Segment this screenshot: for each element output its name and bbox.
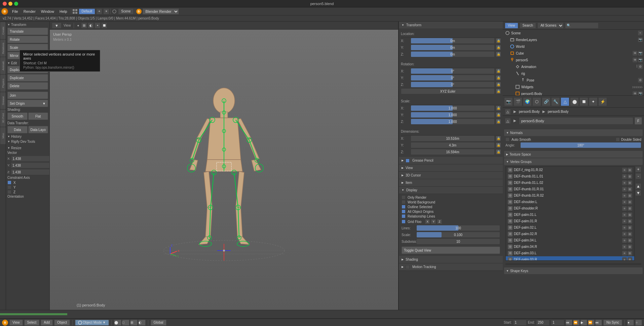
vg-eye-7[interactable]: ⊞ xyxy=(628,213,632,217)
solid-mode-btn[interactable]: ⬤ xyxy=(114,320,121,326)
auto-smooth-checkbox[interactable] xyxy=(505,137,509,141)
loc-x-bar[interactable]: 0m xyxy=(411,38,495,44)
relationship-lines-checkbox[interactable] xyxy=(402,214,406,218)
tab-create[interactable]: Create xyxy=(0,22,6,39)
select-btn[interactable]: Select xyxy=(24,320,40,326)
resize-title[interactable]: ▼ Resize xyxy=(7,146,48,150)
vg-eye-2[interactable]: ⊞ xyxy=(628,181,632,185)
rot-z-bar[interactable]: 0° xyxy=(411,82,495,88)
vg-row-4[interactable]: ⊡ DEF-thumb.01.R.02 ≡ ⊞ xyxy=(506,192,634,199)
step-fwd-btn[interactable]: ⏩ xyxy=(588,320,595,326)
vg-del-13[interactable]: ≡ xyxy=(622,251,627,256)
vg-del-14[interactable]: ≡ xyxy=(622,257,627,261)
vg-eye-1[interactable]: ⊞ xyxy=(628,174,632,179)
world-props-icon[interactable]: 🌍 xyxy=(523,97,532,106)
tab-misc[interactable]: Misc xyxy=(0,127,6,144)
vg-row-7[interactable]: ⊡ DEF-palm.01.L ≡ ⊞ xyxy=(506,211,634,218)
scale-bar[interactable]: 0.100 xyxy=(416,232,500,238)
timeline-current-input[interactable] xyxy=(551,320,564,326)
vp-icon-1[interactable]: ⊞ xyxy=(81,23,87,29)
vg-del-0[interactable]: ≡ xyxy=(622,168,627,172)
physics-props-icon[interactable]: ⚡ xyxy=(598,97,607,106)
rot-x-lock[interactable]: 🔒 xyxy=(496,69,501,73)
tab-animation[interactable]: Animati. xyxy=(0,57,6,74)
widgets-row[interactable]: Widgets ▷▷▷▷▷ xyxy=(503,84,644,90)
all-origins-checkbox[interactable] xyxy=(402,209,406,214)
viewport-canvas[interactable]: User Persp Meters x 0.1 xyxy=(50,30,398,310)
modifier-props-icon[interactable]: 🔧 xyxy=(551,97,560,106)
texture-mode-btn[interactable]: ⊞ xyxy=(130,320,138,326)
vg-row-12[interactable]: ⊡ DEF-palm.04.R ≡ ⊞ xyxy=(506,243,634,250)
menu-file[interactable]: File xyxy=(9,9,21,14)
vg-eye-3[interactable]: ⊞ xyxy=(628,187,632,192)
vg-del-10[interactable]: ≡ xyxy=(622,232,627,236)
constraint-props-icon[interactable]: 🔗 xyxy=(542,97,551,106)
loc-y-lock[interactable]: 🔒 xyxy=(496,45,501,50)
angle-bar[interactable]: 180° xyxy=(520,142,641,148)
loc-z-bar[interactable]: 0m xyxy=(411,51,495,57)
world-bg-checkbox[interactable] xyxy=(402,200,406,204)
vg-row-6[interactable]: ⊡ DEF-shoulder.R ≡ ⊞ xyxy=(506,205,634,211)
vg-row-2[interactable]: ⊡ DEF-thumb.01.L.02 ≡ ⊞ xyxy=(506,180,634,186)
vg-row-5[interactable]: ⊡ DEF-shoulder.L ≡ ⊞ xyxy=(506,199,634,205)
particle-props-icon[interactable]: ✦ xyxy=(589,97,598,106)
resize-y-input[interactable] xyxy=(11,162,50,168)
keying-del-btn[interactable]: ○ xyxy=(635,320,642,326)
vg-del-5[interactable]: ≡ xyxy=(622,200,627,204)
window-controls[interactable] xyxy=(3,2,18,6)
transform-panel-title[interactable]: ▼ Transform xyxy=(399,22,503,29)
dim-x-bar[interactable]: 10.516m xyxy=(411,135,495,141)
global-btn[interactable]: Global xyxy=(151,320,166,326)
add-btn[interactable]: Add xyxy=(41,320,53,326)
rot-mode-selector[interactable]: XYZ Euler xyxy=(401,88,495,94)
scene-selector-outliner[interactable]: All Scenes xyxy=(537,23,564,29)
grid-z-btn[interactable]: Z xyxy=(437,219,442,224)
shading-section-vi[interactable]: ▶ Shading xyxy=(399,256,503,263)
vg-row-0[interactable]: ⊡ DEF-f_ring.01.R.02 ≡ ⊞ xyxy=(506,167,634,173)
minimize-button[interactable] xyxy=(8,2,12,6)
tab-relations[interactable]: Relations xyxy=(0,40,6,57)
p5body-render[interactable]: 📷 xyxy=(638,91,643,96)
jump-end-btn[interactable]: ⏭ xyxy=(595,320,602,326)
p5-render[interactable]: 📷 xyxy=(638,58,643,62)
menu-help[interactable]: Help xyxy=(57,9,70,14)
vg-eye-5[interactable]: ⊞ xyxy=(628,200,632,204)
vg-row-14[interactable]: ⊡ DEF-palm.03.R ≡ ⊞ xyxy=(506,256,634,261)
data-props-icon[interactable]: △ xyxy=(561,97,569,106)
rot-x-bar[interactable]: 0° xyxy=(411,68,495,74)
maximize-button[interactable] xyxy=(14,2,18,6)
vg-eye-0[interactable]: ⊞ xyxy=(628,168,632,172)
cube-render[interactable]: 📷 xyxy=(638,51,643,56)
rot-z-lock[interactable]: 🔒 xyxy=(496,82,501,87)
grid-floor-checkbox[interactable] xyxy=(402,220,406,224)
play-btn[interactable]: ▶ xyxy=(580,320,587,326)
p5-vis[interactable]: 👁 xyxy=(633,58,637,62)
rot-mode-lock[interactable]: 🔒 xyxy=(496,89,501,94)
view-section[interactable]: ▶ View xyxy=(399,164,503,172)
vg-row-13[interactable]: ⊡ DEF-palm.03.L ≡ ⊞ xyxy=(506,250,634,256)
vg-del-12[interactable]: ≡ xyxy=(622,244,627,249)
layout-selector[interactable]: Default xyxy=(79,8,96,14)
vp-icon-4[interactable]: 🔲 xyxy=(101,23,107,29)
only-render-checkbox[interactable] xyxy=(402,195,406,199)
vg-row-10[interactable]: ⊡ DEF-palm.02.R ≡ ⊞ xyxy=(506,231,634,237)
person5-row[interactable]: person5 👁 📷 xyxy=(503,57,644,63)
scale-z-bar[interactable]: 1.000 xyxy=(411,119,495,125)
vg-header[interactable]: ▼ Vertex Groups xyxy=(504,158,643,165)
loc-y-bar[interactable]: 0m xyxy=(411,44,495,51)
vg-eye-9[interactable]: ⊞ xyxy=(628,225,632,230)
rot-y-lock[interactable]: 🔒 xyxy=(496,75,501,80)
motion-tracking-section[interactable]: ▶ Motion Tracking xyxy=(399,263,503,271)
p5body-row[interactable]: person5:Body 👁 📷 xyxy=(503,90,644,96)
mesh-name-input[interactable] xyxy=(519,117,633,125)
vg-del-4[interactable]: ≡ xyxy=(622,193,627,198)
wire-mode-btn[interactable]: □ xyxy=(122,320,129,326)
loc-z-lock[interactable]: 🔒 xyxy=(496,52,501,57)
vg-eye-13[interactable]: ⊞ xyxy=(628,251,632,256)
rigify-title[interactable]: ▼ Rigify Dev Tools xyxy=(7,140,48,143)
duplicate2-btn[interactable]: Duplicate xyxy=(7,74,48,82)
obj-props-icon[interactable]: ⬡ xyxy=(532,97,541,106)
transform-title[interactable]: ▼ Transform xyxy=(7,23,48,27)
dim-y-bar[interactable]: 4.3m xyxy=(411,142,495,148)
vg-remove-btn[interactable]: - xyxy=(635,173,641,179)
